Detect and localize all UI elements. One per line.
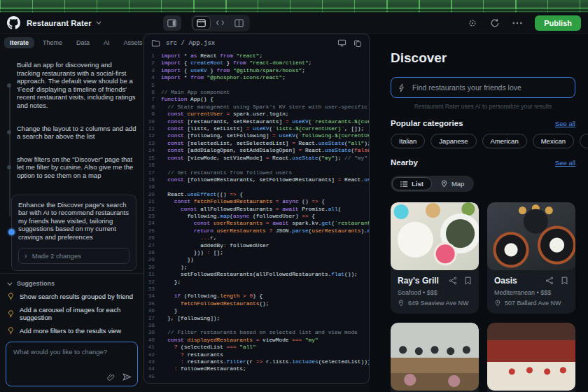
split-view-icon bbox=[234, 19, 244, 27]
line-number: 36 bbox=[144, 307, 161, 314]
made-changes-toggle[interactable]: ›Made 2 changes bbox=[18, 248, 130, 264]
see-all-link[interactable]: See all bbox=[555, 120, 575, 127]
code-line: 14 const [addDialogOpen, setAddDialogOpe… bbox=[144, 147, 369, 154]
line-number: 35 bbox=[144, 300, 161, 307]
suggestions-list: Show search results grouped by friendAdd… bbox=[6, 290, 138, 337]
line-number: 34 bbox=[144, 293, 161, 300]
code-line: 20 React.useEffect(() => { bbox=[144, 191, 369, 198]
file-breadcrumb[interactable]: src / App.jsx bbox=[166, 40, 215, 47]
chevron-right-icon: › bbox=[24, 253, 27, 258]
restaurant-card-asadero[interactable]: Asadero bbox=[391, 323, 479, 392]
folder-icon[interactable] bbox=[151, 39, 160, 47]
monitor-icon[interactable] bbox=[337, 39, 346, 48]
code-editor-panel: src / App.jsx 1import * as React from "r… bbox=[144, 34, 370, 384]
restaurant-photo bbox=[391, 323, 479, 391]
category-chip-japanese[interactable]: Japanese bbox=[430, 134, 476, 148]
chat-message-text: Change the layout to 2 columns and add a… bbox=[17, 125, 136, 141]
share-icon[interactable] bbox=[449, 276, 457, 285]
search-input[interactable] bbox=[411, 83, 568, 92]
code-line: 8 // State management using Spark's KV s… bbox=[144, 104, 369, 111]
category-chip-italian[interactable]: Italian bbox=[391, 134, 425, 148]
chat-message: show filters on the "Discover" page that… bbox=[17, 155, 136, 180]
share-icon[interactable] bbox=[545, 276, 554, 285]
spark-workspace-window: Restaurant Rater Publish IterateThemeDat… bbox=[0, 0, 588, 392]
code-line: 35 fetchFollowedRestaurants(); bbox=[144, 300, 369, 307]
code-line: 23 following.map(async (followedUser) =>… bbox=[144, 213, 369, 220]
view-toggle-map[interactable]: Map bbox=[432, 177, 472, 190]
line-number: 27 bbox=[144, 242, 161, 249]
preview-view-button[interactable] bbox=[192, 16, 211, 30]
send-icon[interactable] bbox=[122, 373, 132, 382]
chat-message-text: Build an app for discovering and trackin… bbox=[17, 61, 136, 110]
code-line: 36 } bbox=[144, 307, 369, 314]
code-line: 41 ? (selectedList === "all" bbox=[144, 344, 369, 351]
category-chip-mexican[interactable]: Mexican bbox=[533, 134, 574, 148]
address-text: 649 Seaview Ave NW bbox=[408, 300, 468, 307]
chat-message: Enhance the Discover page's search bar w… bbox=[11, 195, 136, 271]
suggestions-title: Suggestions bbox=[17, 280, 55, 287]
card-actions bbox=[449, 276, 472, 285]
suggestion-item[interactable]: Add a carousel of images for each sugges… bbox=[6, 303, 138, 324]
code-line: 3import { useKV } from "@github/spark/ho… bbox=[144, 67, 369, 74]
line-number: 42 bbox=[144, 351, 161, 358]
code-line: 22 const allFollowedRestaurants = await … bbox=[144, 206, 369, 213]
panel-tab-theme[interactable]: Theme bbox=[37, 37, 68, 48]
restaurant-name-row: Oasis bbox=[494, 276, 568, 286]
line-number: 30 bbox=[144, 264, 161, 271]
line-number: 41 bbox=[144, 344, 161, 351]
category-chip-american[interactable]: American bbox=[482, 134, 527, 148]
line-number: 17 bbox=[144, 169, 161, 176]
see-all-link[interactable]: See all bbox=[555, 159, 575, 167]
github-octocat-logo[interactable] bbox=[7, 16, 20, 29]
category-chip-chinese[interactable]: Chinese bbox=[580, 134, 588, 148]
restaurant-photo bbox=[391, 202, 479, 270]
suggestion-item[interactable]: Add more filters to the results view bbox=[6, 324, 138, 337]
code-line: 15 const [viewMode, setViewMode] = React… bbox=[144, 155, 369, 162]
line-number: 21 bbox=[144, 198, 161, 205]
line-number: 37 bbox=[144, 315, 161, 322]
app-title[interactable]: Restaurant Rater bbox=[27, 19, 92, 27]
code-line: 40 const displayedRestaurants = viewMode… bbox=[144, 337, 369, 344]
line-number: 5 bbox=[144, 82, 161, 89]
line-number: 26 bbox=[144, 234, 161, 241]
code-line: 12 const [following, setFollowing] = use… bbox=[144, 132, 369, 139]
target-button[interactable] bbox=[463, 15, 482, 31]
panel-tab-ai[interactable]: AI bbox=[98, 37, 115, 48]
line-number: 2 bbox=[144, 59, 161, 66]
restaurant-meta: Mediterranean • $$$ bbox=[494, 289, 568, 296]
sidebar-toggle-button[interactable] bbox=[163, 15, 181, 31]
chevron-down-icon[interactable] bbox=[96, 21, 102, 24]
restaurant-card-ray-s-grill[interactable]: Ray's GrillSeafood • $$$649 Seaview Ave … bbox=[391, 202, 479, 314]
code-listing[interactable]: 1import * as React from "react";2import … bbox=[144, 52, 369, 383]
prompt-input[interactable] bbox=[12, 346, 133, 372]
restaurant-photo bbox=[487, 323, 575, 391]
title-bar-actions: Publish bbox=[463, 15, 581, 31]
list-map-toggle: ListMap bbox=[391, 176, 474, 192]
publish-button[interactable]: Publish bbox=[535, 15, 581, 31]
refresh-button[interactable] bbox=[486, 15, 504, 31]
view-toggle-list[interactable]: List bbox=[392, 177, 432, 190]
restaurant-card-oasis[interactable]: OasisMediterranean • $$$507 Ballard Ave … bbox=[487, 202, 575, 314]
chat-message: Build an app for discovering and trackin… bbox=[17, 61, 136, 110]
code-line: 34 if (following.length > 0) { bbox=[144, 293, 369, 300]
panel-tab-iterate[interactable]: Iterate bbox=[4, 37, 34, 48]
panel-tab-data[interactable]: Data bbox=[71, 37, 95, 48]
restaurant-meta: Seafood • $$$ bbox=[398, 289, 472, 296]
bookmark-icon[interactable] bbox=[464, 276, 472, 285]
more-options-button[interactable] bbox=[508, 15, 526, 31]
code-line: 27 addedBy: followedUser bbox=[144, 242, 369, 249]
suggestions-header[interactable]: Suggestions bbox=[6, 279, 138, 290]
copy-icon[interactable] bbox=[354, 39, 362, 48]
paperclip-icon[interactable] bbox=[107, 373, 115, 382]
restaurant-card-ocho[interactable]: Ocho bbox=[487, 323, 575, 392]
line-number: 44 bbox=[144, 365, 161, 372]
line-number: 18 bbox=[144, 176, 161, 183]
line-number: 25 bbox=[144, 227, 161, 234]
suggestion-label: Add more filters to the results view bbox=[20, 327, 121, 335]
split-view-button[interactable] bbox=[230, 16, 248, 30]
code-view-button[interactable] bbox=[211, 16, 230, 30]
line-number: 23 bbox=[144, 213, 161, 220]
bookmark-icon[interactable] bbox=[561, 276, 568, 285]
line-number: 6 bbox=[144, 89, 161, 96]
suggestion-item[interactable]: Show search results grouped by friend bbox=[6, 290, 138, 303]
